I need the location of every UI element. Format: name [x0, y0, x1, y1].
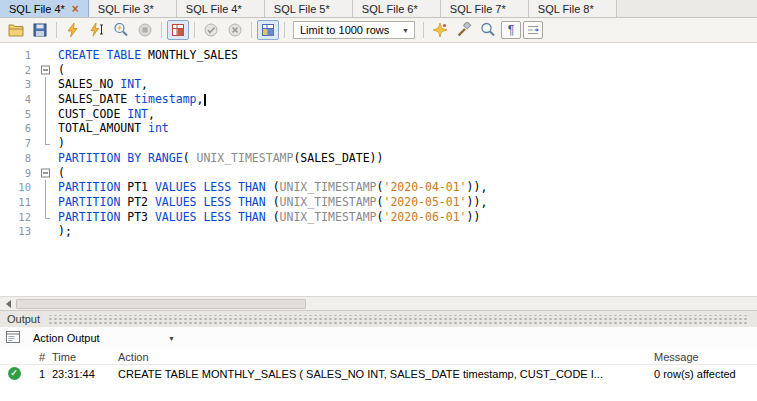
line-number: 3: [0, 77, 38, 92]
line-number: 8: [0, 151, 38, 166]
find-icon[interactable]: [477, 20, 499, 40]
output-panel-title: Output: [7, 313, 40, 325]
toggle-autocommit-icon[interactable]: [257, 20, 279, 40]
tab-sql-file-1[interactable]: SQL File 3*: [89, 0, 177, 17]
splitter-dots: [48, 315, 749, 324]
tab-sql-file-3[interactable]: SQL File 5*: [265, 0, 353, 17]
tab-label: SQL File 3*: [98, 3, 154, 15]
code-text: );: [54, 224, 72, 239]
code-text: PARTITION PT2 VALUES LESS THAN (UNIX_TIM…: [54, 195, 487, 210]
line-number: 11: [0, 195, 38, 210]
output-table-header: # Time Action Message: [0, 349, 757, 365]
tab-sql-file-2[interactable]: SQL File 4*: [177, 0, 265, 17]
column-header-message: Message: [650, 351, 757, 363]
tab-bar: SQL File 4*×SQL File 3*SQL File 4*SQL Fi…: [0, 0, 757, 18]
line-number: 1: [0, 48, 38, 63]
code-text: (: [54, 166, 65, 181]
tab-sql-file-6[interactable]: SQL File 8*: [529, 0, 617, 17]
tab-label: SQL File 4*: [9, 3, 65, 15]
scroll-left-button[interactable]: [0, 297, 16, 310]
tab-sql-file-0[interactable]: SQL File 4*×: [0, 0, 89, 17]
tab-label: SQL File 8*: [538, 3, 594, 15]
tab-sql-file-5[interactable]: SQL File 7*: [441, 0, 529, 17]
code-line-1[interactable]: 1CREATE TABLE MONTHLY_SALES: [0, 48, 757, 63]
beautify-icon[interactable]: [453, 20, 475, 40]
scrollbar-thumb[interactable]: [16, 299, 306, 309]
rollback-icon: [224, 20, 246, 40]
line-number: 5: [0, 107, 38, 122]
code-text: (: [54, 63, 65, 78]
code-text: SALES_NO INT,: [54, 77, 148, 92]
fold-margin: [38, 136, 54, 151]
code-line-2[interactable]: 2(: [0, 63, 757, 78]
horizontal-scrollbar[interactable]: [0, 296, 757, 310]
code-line-7[interactable]: 7): [0, 136, 757, 151]
row-message: 0 row(s) affected: [650, 368, 757, 380]
toolbar-separator: [56, 22, 57, 38]
code-line-3[interactable]: 3SALES_NO INT,: [0, 77, 757, 92]
fold-margin: [38, 48, 54, 63]
tab-sql-file-4[interactable]: SQL File 6*: [353, 0, 441, 17]
fold-collapse-icon[interactable]: [38, 166, 54, 181]
tab-close-icon[interactable]: ×: [72, 4, 79, 14]
line-number: 10: [0, 180, 38, 195]
line-number: 13: [0, 224, 38, 239]
fold-collapse-icon[interactable]: [38, 63, 54, 78]
code-line-8[interactable]: 8PARTITION BY RANGE( UNIX_TIMESTAMP(SALE…: [0, 151, 757, 166]
line-number: 4: [0, 92, 38, 107]
code-text: ): [54, 136, 65, 151]
output-row[interactable]: ✓123:31:44CREATE TABLE MONTHLY_SALES ( S…: [0, 365, 757, 382]
code-lines: 1CREATE TABLE MONTHLY_SALES2(3SALES_NO I…: [0, 48, 757, 239]
output-view-label: Action Output: [33, 332, 100, 344]
sql-code-editor[interactable]: 1CREATE TABLE MONTHLY_SALES2(3SALES_NO I…: [0, 43, 757, 296]
mysql-workbench-window: SQL File 4*×SQL File 3*SQL File 4*SQL Fi…: [0, 0, 757, 401]
output-toolbar: Action Output ▼: [0, 327, 757, 349]
toolbar-separator: [194, 22, 195, 38]
code-line-6[interactable]: 6TOTAL_AMOUNT int: [0, 121, 757, 136]
scroll-left-arrow-icon: [6, 300, 11, 308]
code-text: SALES_DATE timestamp,: [54, 92, 206, 107]
save-snippet-icon[interactable]: [429, 20, 451, 40]
toolbar-separator: [284, 22, 285, 38]
code-line-5[interactable]: 5CUST_CODE INT,: [0, 107, 757, 122]
code-line-10[interactable]: 10PARTITION PT1 VALUES LESS THAN (UNIX_T…: [0, 180, 757, 195]
code-text: TOTAL_AMOUNT int: [54, 121, 169, 136]
limit-rows-dropdown[interactable]: Limit to 1000 rows ▼: [293, 21, 415, 39]
output-table: # Time Action Message ✓123:31:44CREATE T…: [0, 349, 757, 401]
fold-margin: [38, 210, 54, 225]
execute-current-icon[interactable]: [86, 20, 108, 40]
sql-editor-toolbar: Limit to 1000 rows ▼ ¶: [0, 18, 757, 43]
tab-label: SQL File 5*: [274, 3, 330, 15]
commit-icon: [200, 20, 222, 40]
toolbar-separator: [251, 22, 252, 38]
code-line-11[interactable]: 11PARTITION PT2 VALUES LESS THAN (UNIX_T…: [0, 195, 757, 210]
chevron-down-icon: ▼: [402, 27, 409, 34]
code-line-9[interactable]: 9(: [0, 166, 757, 181]
output-view-selector[interactable]: Action Output ▼: [29, 330, 179, 346]
wrap-toggle-icon[interactable]: [523, 21, 543, 39]
chevron-down-icon: ▼: [168, 335, 175, 342]
execute-icon[interactable]: [62, 20, 84, 40]
stop-icon: [134, 20, 156, 40]
invisibles-toggle-icon[interactable]: ¶: [501, 21, 521, 39]
limit-rows-label: Limit to 1000 rows: [300, 24, 389, 36]
code-line-13[interactable]: 13);: [0, 224, 757, 239]
save-script-icon[interactable]: [29, 20, 51, 40]
output-panel-header[interactable]: Output: [0, 310, 757, 327]
code-line-12[interactable]: 12PARTITION PT3 VALUES LESS THAN (UNIX_T…: [0, 210, 757, 225]
tab-label: SQL File 4*: [186, 3, 242, 15]
code-text: CREATE TABLE MONTHLY_SALES: [54, 48, 238, 63]
row-time: 23:31:44: [48, 368, 110, 380]
column-header-action: Action: [110, 351, 650, 363]
toolbar-separator: [161, 22, 162, 38]
open-script-icon[interactable]: [5, 20, 27, 40]
line-number: 7: [0, 136, 38, 151]
fold-margin: [38, 224, 54, 239]
row-index: 1: [28, 368, 48, 380]
pilcrow-glyph: ¶: [508, 24, 514, 36]
toggle-stop-on-error-icon[interactable]: [167, 20, 189, 40]
row-action: CREATE TABLE MONTHLY_SALES ( SALES_NO IN…: [110, 368, 650, 380]
code-line-4[interactable]: 4SALES_DATE timestamp,: [0, 92, 757, 107]
explain-icon[interactable]: [110, 20, 132, 40]
action-output-icon: [5, 329, 21, 347]
